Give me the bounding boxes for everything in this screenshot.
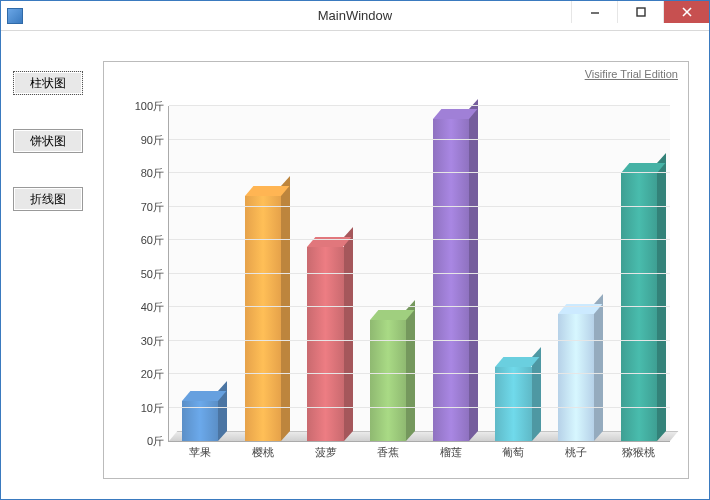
button-label: 柱状图	[30, 75, 66, 92]
y-tick-label: 0斤	[147, 434, 164, 449]
y-tick-label: 10斤	[141, 400, 164, 415]
minimize-button[interactable]	[571, 1, 617, 23]
chart-panel: Visifire Trial Edition 0斤10斤20斤30斤40斤50斤…	[103, 61, 689, 479]
x-tick-label: 菠萝	[315, 445, 337, 460]
bar-chart-button[interactable]: 柱状图	[13, 71, 83, 95]
x-tick-label: 桃子	[565, 445, 587, 460]
pie-chart-button[interactable]: 饼状图	[13, 129, 83, 153]
app-icon	[7, 8, 23, 24]
close-button[interactable]	[663, 1, 709, 23]
grid-line	[169, 206, 670, 207]
grid-line	[169, 105, 670, 106]
y-tick-label: 20斤	[141, 367, 164, 382]
maximize-button[interactable]	[617, 1, 663, 23]
button-label: 折线图	[30, 191, 66, 208]
x-tick-label: 香蕉	[377, 445, 399, 460]
grid-line	[169, 407, 670, 408]
line-chart-button[interactable]: 折线图	[13, 187, 83, 211]
x-tick-label: 葡萄	[502, 445, 524, 460]
y-tick-label: 30斤	[141, 333, 164, 348]
y-tick-label: 60斤	[141, 233, 164, 248]
window-titlebar: MainWindow	[1, 1, 709, 31]
grid-line	[169, 273, 670, 274]
window-body: 柱状图 饼状图 折线图 Visifire Trial Edition 0斤10斤…	[1, 31, 709, 499]
y-tick-label: 80斤	[141, 166, 164, 181]
x-tick-label: 樱桃	[252, 445, 274, 460]
bar	[558, 314, 594, 441]
bar	[370, 320, 406, 441]
y-tick-label: 100斤	[135, 99, 164, 114]
svg-rect-1	[637, 8, 645, 16]
grid-line	[169, 373, 670, 374]
grid-line	[169, 172, 670, 173]
grid-line	[169, 340, 670, 341]
grid-line	[169, 139, 670, 140]
window-controls	[571, 1, 709, 23]
y-tick-label: 50斤	[141, 266, 164, 281]
bars-layer	[169, 106, 670, 441]
x-tick-label: 猕猴桃	[622, 445, 655, 460]
y-tick-label: 70斤	[141, 199, 164, 214]
x-tick-label: 苹果	[189, 445, 211, 460]
plot-area: 0斤10斤20斤30斤40斤50斤60斤70斤80斤90斤100斤苹果樱桃菠萝香…	[168, 106, 670, 442]
y-tick-label: 90斤	[141, 132, 164, 147]
grid-line	[169, 239, 670, 240]
x-tick-label: 榴莲	[440, 445, 462, 460]
y-tick-label: 40斤	[141, 300, 164, 315]
bar	[307, 247, 343, 441]
button-label: 饼状图	[30, 133, 66, 150]
plot-wrap: 0斤10斤20斤30斤40斤50斤60斤70斤80斤90斤100斤苹果樱桃菠萝香…	[124, 106, 678, 464]
sidebar: 柱状图 饼状图 折线图	[13, 61, 103, 479]
grid-line	[169, 306, 670, 307]
watermark-link[interactable]: Visifire Trial Edition	[585, 68, 678, 80]
bar	[621, 173, 657, 441]
bar	[245, 196, 281, 441]
bar	[495, 367, 531, 441]
bar	[433, 119, 469, 441]
